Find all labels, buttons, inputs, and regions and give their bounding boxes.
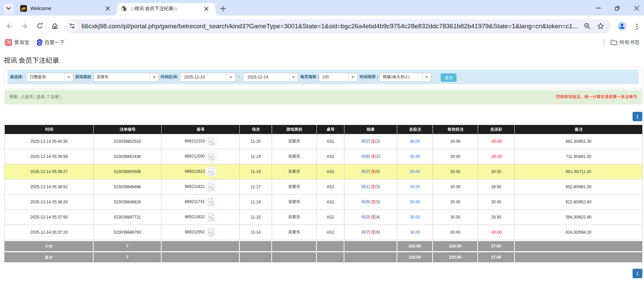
svg-text:du: du	[38, 42, 41, 45]
